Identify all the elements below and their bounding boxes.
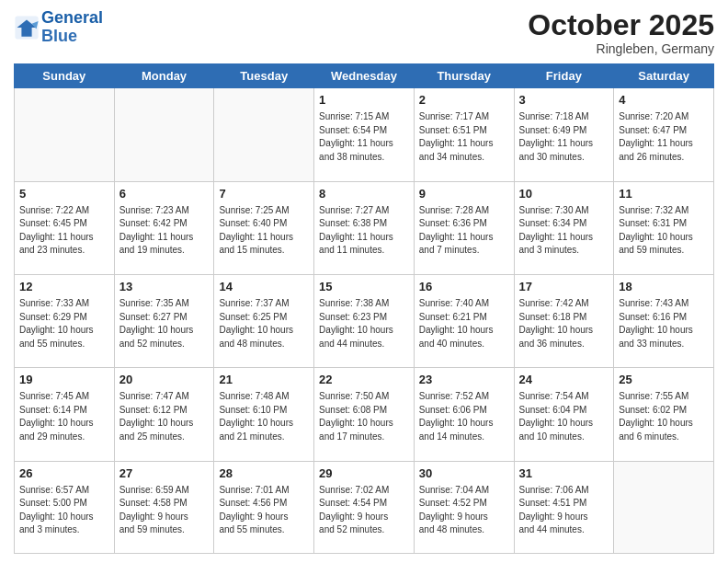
title-section: October 2025 Ringleben, Germany bbox=[528, 9, 714, 56]
week-row-1: 1Sunrise: 7:15 AM Sunset: 6:54 PM Daylig… bbox=[15, 88, 714, 181]
day-info: Sunrise: 7:40 AM Sunset: 6:21 PM Dayligh… bbox=[419, 297, 509, 350]
day-info: Sunrise: 7:15 AM Sunset: 6:54 PM Dayligh… bbox=[319, 110, 409, 164]
cell-w1-d4: 1Sunrise: 7:15 AM Sunset: 6:54 PM Daylig… bbox=[314, 88, 415, 181]
logo-line2: Blue bbox=[41, 27, 77, 45]
cell-w3-d2: 13Sunrise: 7:35 AM Sunset: 6:27 PM Dayli… bbox=[114, 274, 214, 367]
week-row-5: 26Sunrise: 6:57 AM Sunset: 5:00 PM Dayli… bbox=[15, 461, 714, 553]
day-number: 6 bbox=[119, 186, 210, 202]
day-info: Sunrise: 6:59 AM Sunset: 4:58 PM Dayligh… bbox=[119, 484, 210, 537]
cell-w4-d3: 21Sunrise: 7:48 AM Sunset: 6:10 PM Dayli… bbox=[214, 368, 314, 461]
col-thursday: Thursday bbox=[414, 64, 514, 88]
day-number: 16 bbox=[419, 279, 509, 295]
day-number: 19 bbox=[19, 372, 109, 388]
day-number: 18 bbox=[619, 279, 709, 295]
week-row-2: 5Sunrise: 7:22 AM Sunset: 6:45 PM Daylig… bbox=[15, 181, 714, 274]
cell-w3-d1: 12Sunrise: 7:33 AM Sunset: 6:29 PM Dayli… bbox=[15, 274, 115, 367]
cell-w1-d5: 2Sunrise: 7:17 AM Sunset: 6:51 PM Daylig… bbox=[414, 88, 514, 181]
day-info: Sunrise: 7:47 AM Sunset: 6:12 PM Dayligh… bbox=[119, 390, 210, 443]
day-info: Sunrise: 7:25 AM Sunset: 6:40 PM Dayligh… bbox=[219, 204, 309, 258]
day-number: 4 bbox=[619, 92, 709, 109]
cell-w1-d7: 4Sunrise: 7:20 AM Sunset: 6:47 PM Daylig… bbox=[614, 88, 714, 181]
logo-icon bbox=[14, 15, 40, 40]
day-number: 27 bbox=[119, 465, 210, 482]
day-info: Sunrise: 7:20 AM Sunset: 6:47 PM Dayligh… bbox=[619, 110, 709, 164]
day-info: Sunrise: 7:52 AM Sunset: 6:06 PM Dayligh… bbox=[419, 390, 509, 443]
day-info: Sunrise: 7:27 AM Sunset: 6:38 PM Dayligh… bbox=[319, 204, 409, 258]
day-info: Sunrise: 7:23 AM Sunset: 6:42 PM Dayligh… bbox=[119, 204, 210, 258]
cell-w5-d7 bbox=[614, 461, 714, 553]
day-info: Sunrise: 7:45 AM Sunset: 6:14 PM Dayligh… bbox=[19, 390, 109, 443]
cell-w2-d6: 10Sunrise: 7:30 AM Sunset: 6:34 PM Dayli… bbox=[514, 181, 614, 274]
day-number: 12 bbox=[19, 279, 109, 295]
day-info: Sunrise: 7:02 AM Sunset: 4:54 PM Dayligh… bbox=[319, 484, 409, 537]
cell-w4-d6: 24Sunrise: 7:54 AM Sunset: 6:04 PM Dayli… bbox=[514, 368, 614, 461]
cell-w4-d7: 25Sunrise: 7:55 AM Sunset: 6:02 PM Dayli… bbox=[614, 368, 714, 461]
col-monday: Monday bbox=[114, 64, 214, 88]
logo-line1: General bbox=[41, 8, 103, 27]
cell-w5-d6: 31Sunrise: 7:06 AM Sunset: 4:51 PM Dayli… bbox=[514, 461, 614, 553]
calendar: Sunday Monday Tuesday Wednesday Thursday… bbox=[14, 63, 714, 554]
header: General Blue October 2025 Ringleben, Ger… bbox=[14, 9, 714, 56]
day-info: Sunrise: 7:06 AM Sunset: 4:51 PM Dayligh… bbox=[519, 484, 609, 537]
day-number: 3 bbox=[519, 92, 609, 109]
day-info: Sunrise: 7:18 AM Sunset: 6:49 PM Dayligh… bbox=[519, 110, 609, 164]
day-info: Sunrise: 7:17 AM Sunset: 6:51 PM Dayligh… bbox=[419, 110, 509, 164]
cell-w3-d3: 14Sunrise: 7:37 AM Sunset: 6:25 PM Dayli… bbox=[214, 274, 314, 367]
day-info: Sunrise: 7:54 AM Sunset: 6:04 PM Dayligh… bbox=[519, 390, 609, 443]
day-number: 20 bbox=[119, 372, 210, 388]
day-number: 11 bbox=[619, 186, 709, 202]
day-number: 22 bbox=[319, 372, 409, 388]
day-number: 9 bbox=[419, 186, 509, 202]
cell-w3-d4: 15Sunrise: 7:38 AM Sunset: 6:23 PM Dayli… bbox=[314, 274, 415, 367]
day-number: 23 bbox=[419, 372, 509, 388]
day-info: Sunrise: 6:57 AM Sunset: 5:00 PM Dayligh… bbox=[19, 484, 109, 537]
day-number: 24 bbox=[519, 372, 609, 388]
cell-w4-d4: 22Sunrise: 7:50 AM Sunset: 6:08 PM Dayli… bbox=[314, 368, 415, 461]
day-number: 15 bbox=[319, 279, 409, 295]
cell-w4-d2: 20Sunrise: 7:47 AM Sunset: 6:12 PM Dayli… bbox=[114, 368, 214, 461]
cell-w2-d3: 7Sunrise: 7:25 AM Sunset: 6:40 PM Daylig… bbox=[214, 181, 314, 274]
week-row-4: 19Sunrise: 7:45 AM Sunset: 6:14 PM Dayli… bbox=[15, 368, 714, 461]
day-info: Sunrise: 7:48 AM Sunset: 6:10 PM Dayligh… bbox=[219, 390, 309, 443]
cell-w1-d2 bbox=[114, 88, 214, 181]
cell-w5-d2: 27Sunrise: 6:59 AM Sunset: 4:58 PM Dayli… bbox=[114, 461, 214, 553]
day-info: Sunrise: 7:38 AM Sunset: 6:23 PM Dayligh… bbox=[319, 297, 409, 350]
day-number: 31 bbox=[519, 465, 609, 482]
col-wednesday: Wednesday bbox=[314, 64, 415, 88]
cell-w3-d7: 18Sunrise: 7:43 AM Sunset: 6:16 PM Dayli… bbox=[614, 274, 714, 367]
cell-w4-d5: 23Sunrise: 7:52 AM Sunset: 6:06 PM Dayli… bbox=[414, 368, 514, 461]
col-friday: Friday bbox=[514, 64, 614, 88]
cell-w5-d3: 28Sunrise: 7:01 AM Sunset: 4:56 PM Dayli… bbox=[214, 461, 314, 553]
cell-w3-d5: 16Sunrise: 7:40 AM Sunset: 6:21 PM Dayli… bbox=[414, 274, 514, 367]
day-info: Sunrise: 7:35 AM Sunset: 6:27 PM Dayligh… bbox=[119, 297, 210, 350]
cell-w5-d1: 26Sunrise: 6:57 AM Sunset: 5:00 PM Dayli… bbox=[15, 461, 115, 553]
cell-w3-d6: 17Sunrise: 7:42 AM Sunset: 6:18 PM Dayli… bbox=[514, 274, 614, 367]
day-info: Sunrise: 7:50 AM Sunset: 6:08 PM Dayligh… bbox=[319, 390, 409, 443]
day-number: 30 bbox=[419, 465, 509, 482]
day-number: 8 bbox=[319, 186, 409, 202]
cell-w5-d5: 30Sunrise: 7:04 AM Sunset: 4:52 PM Dayli… bbox=[414, 461, 514, 553]
day-info: Sunrise: 7:30 AM Sunset: 6:34 PM Dayligh… bbox=[519, 204, 609, 258]
day-number: 21 bbox=[219, 372, 309, 388]
day-number: 17 bbox=[519, 279, 609, 295]
week-row-3: 12Sunrise: 7:33 AM Sunset: 6:29 PM Dayli… bbox=[15, 274, 714, 367]
day-number: 14 bbox=[219, 279, 309, 295]
month-title: October 2025 bbox=[528, 9, 714, 41]
col-sunday: Sunday bbox=[15, 64, 115, 88]
cell-w2-d1: 5Sunrise: 7:22 AM Sunset: 6:45 PM Daylig… bbox=[15, 181, 115, 274]
day-info: Sunrise: 7:37 AM Sunset: 6:25 PM Dayligh… bbox=[219, 297, 309, 350]
day-number: 13 bbox=[119, 279, 210, 295]
location-subtitle: Ringleben, Germany bbox=[528, 41, 714, 56]
col-saturday: Saturday bbox=[614, 64, 714, 88]
page: General Blue October 2025 Ringleben, Ger… bbox=[0, 0, 728, 563]
day-number: 1 bbox=[319, 92, 409, 109]
cell-w1-d3 bbox=[214, 88, 314, 181]
day-info: Sunrise: 7:01 AM Sunset: 4:56 PM Dayligh… bbox=[219, 484, 309, 537]
cell-w1-d1 bbox=[15, 88, 115, 181]
cell-w5-d4: 29Sunrise: 7:02 AM Sunset: 4:54 PM Dayli… bbox=[314, 461, 415, 553]
day-info: Sunrise: 7:42 AM Sunset: 6:18 PM Dayligh… bbox=[519, 297, 609, 350]
col-tuesday: Tuesday bbox=[214, 64, 314, 88]
day-number: 5 bbox=[19, 186, 109, 202]
day-number: 7 bbox=[219, 186, 309, 202]
cell-w2-d2: 6Sunrise: 7:23 AM Sunset: 6:42 PM Daylig… bbox=[114, 181, 214, 274]
